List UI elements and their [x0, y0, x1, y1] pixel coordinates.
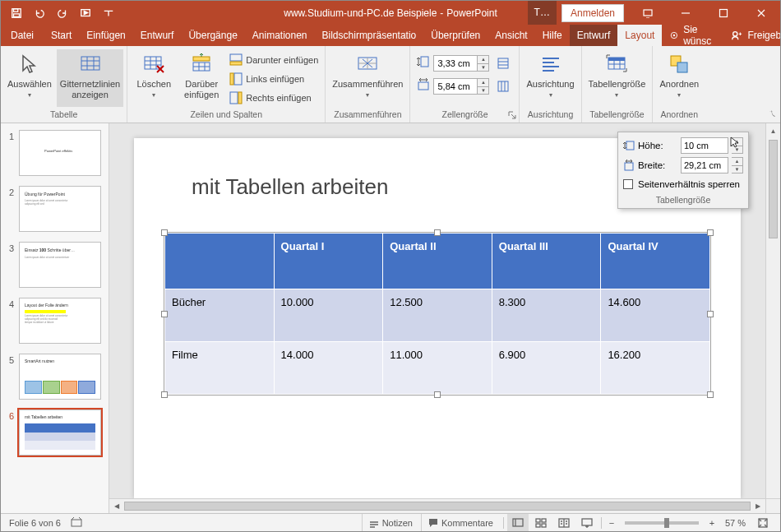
data-table[interactable]: Quartal I Quartal II Quartal III Quartal…	[164, 233, 710, 395]
thumbnail-4[interactable]: 4Layout der Folie ändernLorem ipsum dolo…	[6, 298, 104, 344]
insert-left-button[interactable]: Links einfügen	[226, 70, 321, 88]
distribute-cols-button[interactable]	[494, 78, 512, 95]
tab-table-layout[interactable]: Layout	[617, 25, 662, 46]
resize-handle[interactable]	[707, 391, 714, 398]
share-button[interactable]: Freigeben	[723, 25, 781, 46]
notes-button[interactable]: Notizen	[362, 514, 419, 532]
dialog-launcher-icon[interactable]	[507, 111, 517, 121]
tab-review[interactable]: Überprüfen	[423, 25, 488, 46]
table-cell[interactable]: 14.000	[274, 342, 383, 395]
zoom-level[interactable]: 57 %	[720, 518, 751, 528]
comments-button[interactable]: Kommentare	[421, 514, 500, 532]
start-from-beginning-button[interactable]	[78, 6, 93, 21]
spin-up[interactable]: ▲	[478, 56, 488, 64]
slide-thumbnails-panel[interactable]: 1PowerPoint effektiv 2Übung für PowerPoi…	[1, 123, 109, 513]
scroll-up-button[interactable]: ▲	[766, 123, 780, 138]
scroll-right-button[interactable]: ▶	[751, 499, 765, 513]
horizontal-scrollbar[interactable]: ◀ ▶	[109, 498, 765, 513]
table-cell[interactable]: 6.900	[492, 342, 601, 395]
scroll-thumb[interactable]	[124, 502, 751, 511]
merge-button[interactable]: Zusammenführen ▾	[329, 49, 406, 107]
undo-button[interactable]	[32, 6, 47, 21]
spin-down[interactable]: ▼	[478, 64, 488, 72]
resize-handle[interactable]	[434, 229, 441, 236]
tab-slideshow[interactable]: Bildschirmpräsentatio	[315, 25, 424, 46]
thumbnail-5[interactable]: 5SmartArt nutzen	[6, 354, 104, 400]
col-width-input[interactable]: ▲▼	[433, 77, 489, 95]
slide-title[interactable]: mit Tabellen arbeiten	[192, 174, 388, 200]
accessibility-icon[interactable]	[71, 516, 82, 530]
alignment-button[interactable]: Ausrichtung ▾	[523, 49, 577, 107]
tab-home[interactable]: Start	[44, 25, 79, 46]
thumbnail-1[interactable]: 1PowerPoint effektiv	[6, 130, 104, 176]
thumbnail-2[interactable]: 2Übung für PowerPointLorem ipsum dolor s…	[6, 186, 104, 232]
qat-customize-button[interactable]	[101, 6, 116, 21]
collapse-ribbon-button[interactable]: ㄟ	[769, 108, 777, 119]
table-cell[interactable]: Filme	[165, 342, 275, 395]
zoom-in-button[interactable]: +	[705, 518, 719, 528]
reading-view-button[interactable]	[553, 514, 575, 532]
row-height-input[interactable]: ▲▼	[433, 54, 489, 72]
table-header[interactable]: Quartal III	[492, 234, 601, 289]
resize-handle[interactable]	[161, 229, 168, 236]
spin-up[interactable]: ▲	[732, 138, 742, 146]
zoom-thumb[interactable]	[664, 518, 669, 528]
redo-button[interactable]	[55, 6, 70, 21]
table-cell[interactable]: 10.000	[274, 289, 383, 342]
scroll-left-button[interactable]: ◀	[109, 499, 124, 513]
spin-up[interactable]: ▲	[478, 79, 488, 87]
vertical-scrollbar[interactable]: ▲ ▼	[765, 123, 780, 513]
ribbon-display-options[interactable]	[629, 1, 667, 25]
spin-down[interactable]: ▼	[732, 166, 742, 173]
tab-file[interactable]: Datei	[1, 25, 44, 46]
table-header[interactable]: Quartal II	[383, 234, 492, 289]
arrange-button[interactable]: Anordnen ▾	[656, 49, 702, 107]
tab-animations[interactable]: Animationen	[245, 25, 315, 46]
tab-table-design[interactable]: Entwurf	[570, 25, 618, 46]
spin-up[interactable]: ▲	[732, 158, 742, 166]
insert-above-button[interactable]: Darüber einfügen	[178, 49, 224, 107]
distribute-rows-button[interactable]	[494, 55, 512, 72]
table-cell[interactable]: 12.500	[383, 289, 492, 342]
tab-design[interactable]: Entwurf	[133, 25, 182, 46]
lock-aspect-checkbox[interactable]: Seitenverhältnis sperren	[623, 175, 743, 193]
tab-insert[interactable]: Einfügen	[79, 25, 132, 46]
select-button[interactable]: Auswählen ▾	[4, 49, 55, 107]
slideshow-button[interactable]	[576, 514, 598, 532]
resize-handle[interactable]	[707, 311, 714, 317]
scroll-thumb[interactable]	[769, 140, 778, 238]
signin-button[interactable]: Anmelden	[561, 4, 624, 22]
table-width-input[interactable]	[681, 157, 728, 173]
insert-below-button[interactable]: Darunter einfügen	[226, 51, 321, 69]
view-gridlines-button[interactable]: Gitternetzlinien anzeigen	[57, 49, 123, 107]
zoom-slider[interactable]	[625, 521, 699, 525]
table-cell[interactable]: 11.000	[383, 342, 492, 395]
minimize-button[interactable]	[667, 1, 705, 25]
table-header[interactable]	[165, 234, 275, 289]
table-cell[interactable]: Bücher	[165, 289, 275, 342]
table-height-input[interactable]	[681, 137, 728, 154]
table-selection[interactable]: Quartal I Quartal II Quartal III Quartal…	[164, 232, 711, 396]
tab-transitions[interactable]: Übergänge	[181, 25, 244, 46]
fit-to-window-button[interactable]	[752, 514, 774, 532]
table-cell[interactable]: 8.300	[492, 289, 601, 342]
resize-handle[interactable]	[434, 391, 441, 398]
slide-sorter-button[interactable]	[530, 514, 552, 532]
resize-handle[interactable]	[161, 311, 168, 317]
tab-help[interactable]: Hilfe	[535, 25, 570, 46]
tell-me-button[interactable]: Sie wünsc	[662, 25, 723, 46]
thumbnail-6[interactable]: 6mit Tabellen arbeiten	[6, 409, 104, 456]
delete-button[interactable]: Löschen ▾	[131, 49, 177, 107]
table-cell[interactable]: 16.200	[601, 342, 710, 395]
tab-view[interactable]: Ansicht	[488, 25, 534, 46]
insert-right-button[interactable]: Rechts einfügen	[226, 89, 321, 107]
spin-down[interactable]: ▼	[478, 87, 488, 95]
zoom-out-button[interactable]: −	[605, 518, 618, 528]
table-header[interactable]: Quartal IV	[601, 234, 710, 289]
spin-down[interactable]: ▼	[732, 146, 742, 154]
table-header[interactable]: Quartal I	[274, 234, 383, 289]
normal-view-button[interactable]	[507, 514, 529, 532]
resize-handle[interactable]	[161, 391, 168, 398]
table-cell[interactable]: 14.600	[601, 289, 710, 342]
save-button[interactable]	[9, 6, 24, 21]
